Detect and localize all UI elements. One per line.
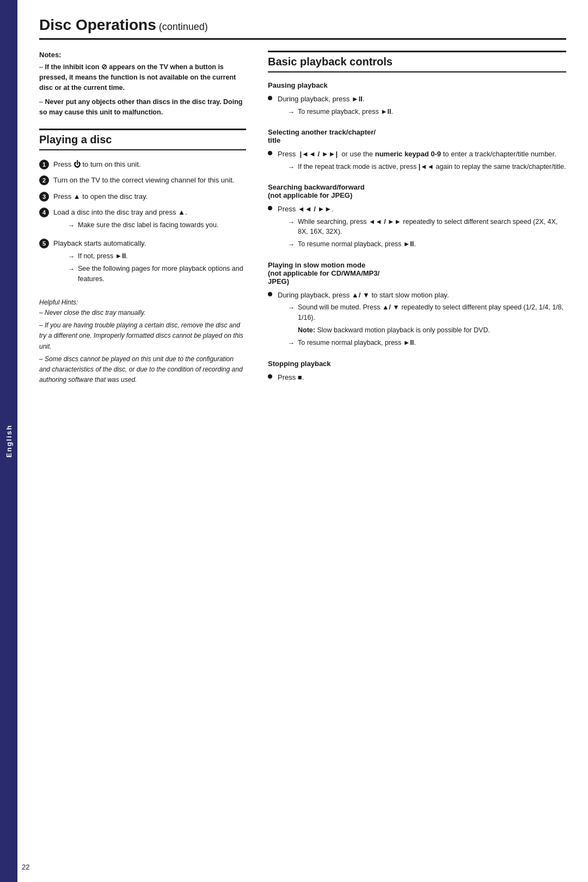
slow-motion-arrow-text-2: To resume normal playback, press ►II. [298, 338, 416, 348]
sidebar-label: English [5, 424, 13, 458]
arrow-icon-2: → [68, 251, 75, 262]
arrow-icon-3: → [68, 264, 75, 275]
step-2: 2 Turn on the TV to the correct viewing … [39, 175, 246, 186]
slow-motion-content: During playback, press ▲/ ▼ to start slo… [278, 290, 566, 351]
stopping-bullet: Press ■. [268, 372, 566, 383]
step-4-arrow-text: Make sure the disc label is facing towar… [78, 220, 218, 230]
step-5-num: 5 [39, 239, 49, 248]
playing-disc-section: Playing a disc 1 Press ⏻ to turn on this… [39, 129, 246, 386]
slow-motion-bullet: During playback, press ▲/ ▼ to start slo… [268, 290, 566, 351]
searching-arrow-1: → While searching, press ◄◄ / ►► repeate… [287, 217, 566, 238]
stopping-section: Stopping playback Press ■. [268, 360, 566, 383]
step-5-arrow-text-1: If not, press ►II. [78, 251, 128, 261]
slow-motion-arrow-1: → Sound will be muted. Press ▲/ ▼ repeat… [287, 302, 566, 323]
hint-2: – If you are having trouble playing a ce… [39, 320, 246, 352]
step-1: 1 Press ⏻ to turn on this unit. [39, 159, 246, 170]
sidebar-english: English [0, 0, 17, 882]
step-5-arrow-1: → If not, press ►II. [68, 251, 246, 262]
pausing-playback-title: Pausing playback [268, 81, 566, 89]
bullet-icon-5 [268, 374, 272, 379]
left-column: Notes: – If the inhibit icon ⊘ appears o… [39, 51, 246, 386]
basic-playback-heading: Basic playback controls [268, 51, 566, 72]
step-2-num: 2 [39, 175, 49, 185]
searching-arrow-text-2: To resume normal playback, press ►II. [298, 239, 416, 250]
searching-title: Searching backward/forward(not applicabl… [268, 183, 566, 199]
right-column: Basic playback controls Pausing playback… [268, 51, 566, 386]
slow-motion-note: → Note: Slow backward motion playback is… [287, 325, 566, 336]
notes-title: Notes: [39, 51, 246, 59]
notes-content: – If the inhibit icon ⊘ appears on the T… [39, 62, 246, 118]
selecting-content: Press |◄◄ / ►►| or use the numeric keypa… [278, 149, 566, 174]
notes-section: Notes: – If the inhibit icon ⊘ appears o… [39, 51, 246, 118]
step-4-num: 4 [39, 208, 49, 217]
selecting-track-section: Selecting another track/chapter/title Pr… [268, 128, 566, 174]
pausing-arrow-text: To resume playback, press ►II. [298, 107, 393, 117]
arrow-icon-p1: → [287, 107, 295, 118]
arrow-icon-sr2: → [287, 239, 295, 250]
step-5-arrow-2: → See the following pages for more playb… [68, 264, 246, 284]
bullet-icon-2 [268, 151, 272, 155]
note-line-1: – If the inhibit icon ⊘ appears on the T… [39, 62, 246, 93]
stopping-content: Press ■. [278, 372, 566, 383]
slow-motion-title: Playing in slow motion mode(not applicab… [268, 261, 566, 285]
page-title-suffix: (continued) [156, 21, 208, 32]
step-3-num: 3 [39, 192, 49, 202]
step-4: 4 Load a disc into the disc tray and pre… [39, 207, 246, 233]
hint-3: – Some discs cannot be played on this un… [39, 354, 246, 386]
arrow-icon-sm1: → [287, 302, 295, 313]
searching-section: Searching backward/forward(not applicabl… [268, 183, 566, 252]
searching-arrow-text-1: While searching, press ◄◄ / ►► repeatedl… [298, 217, 566, 238]
pausing-content: During playback, press ►II. → To resume … [278, 94, 566, 119]
step-5-arrow-text-2: See the following pages for more playbac… [78, 264, 246, 284]
step-1-num: 1 [39, 160, 49, 169]
selecting-bullet: Press |◄◄ / ►►| or use the numeric keypa… [268, 149, 566, 174]
slow-motion-arrow-text-1: Sound will be muted. Press ▲/ ▼ repeated… [298, 302, 566, 323]
bullet-icon-1 [268, 96, 272, 100]
main-content: Disc Operations (continued) Notes: – If … [17, 0, 588, 407]
step-2-content: Turn on the TV to the correct viewing ch… [53, 175, 246, 186]
step-3: 3 Press ▲ to open the disc tray. [39, 191, 246, 202]
pausing-bullet: During playback, press ►II. → To resume … [268, 94, 566, 119]
stopping-title: Stopping playback [268, 360, 566, 368]
playing-disc-heading: Playing a disc [39, 129, 246, 150]
hints-title: Helpful Hints: [39, 297, 246, 308]
searching-arrow-2: → To resume normal playback, press ►II. [287, 239, 566, 250]
slow-motion-arrow-2: → To resume normal playback, press ►II. [287, 338, 566, 349]
step-4-content: Load a disc into the disc tray and press… [53, 207, 246, 233]
pausing-playback-section: Pausing playback During playback, press … [268, 81, 566, 119]
arrow-icon-s1: → [287, 162, 295, 173]
pausing-arrow: → To resume playback, press ►II. [287, 107, 566, 118]
two-col-layout: Notes: – If the inhibit icon ⊘ appears o… [39, 51, 566, 386]
page-title-text: Disc Operations [39, 16, 156, 33]
step-5: 5 Playback starts automatically. → If no… [39, 238, 246, 287]
page-title: Disc Operations (continued) [39, 16, 566, 40]
step-5-content: Playback starts automatically. → If not,… [53, 238, 246, 287]
arrow-icon-1: → [68, 220, 75, 231]
slow-motion-note-text: Note: Slow backward motion playback is o… [298, 325, 490, 336]
step-4-arrow-1: → Make sure the disc label is facing tow… [68, 220, 246, 231]
note-line-2: – Never put any objects other than discs… [39, 97, 246, 118]
step-3-content: Press ▲ to open the disc tray. [53, 191, 246, 202]
arrow-icon-sm3: → [287, 338, 295, 349]
searching-bullet: Press ◄◄ / ►►. → While searching, press … [268, 204, 566, 252]
selecting-arrow-text: If the repeat track mode is active, pres… [298, 162, 566, 172]
bullet-icon-4 [268, 292, 272, 296]
page-number: 22 [22, 863, 29, 871]
page-container: English Disc Operations (continued) Note… [0, 0, 588, 882]
slow-motion-section: Playing in slow motion mode(not applicab… [268, 261, 566, 351]
step-1-content: Press ⏻ to turn on this unit. [53, 159, 246, 170]
helpful-hints: Helpful Hints: – Never close the disc tr… [39, 297, 246, 386]
searching-content: Press ◄◄ / ►►. → While searching, press … [278, 204, 566, 252]
arrow-icon-sr1: → [287, 217, 295, 228]
hint-1: – Never close the disc tray manually. [39, 308, 246, 318]
selecting-track-title: Selecting another track/chapter/title [268, 128, 566, 144]
selecting-arrow: → If the repeat track mode is active, pr… [287, 162, 566, 173]
bullet-icon-3 [268, 206, 272, 210]
